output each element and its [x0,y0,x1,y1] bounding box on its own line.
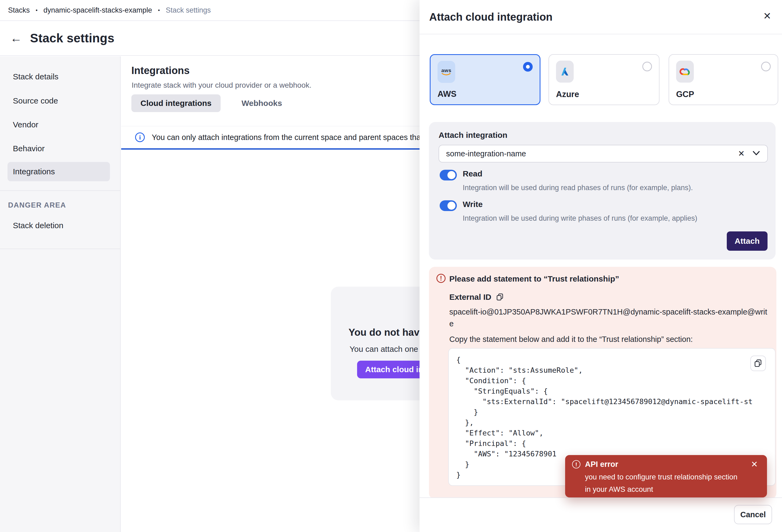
attach-integration-label: Attach integration [438,131,507,140]
provider-label: Azure [556,90,579,99]
sidebar-divider [0,249,120,249]
read-description: Integration will be used during read pha… [463,184,693,192]
external-id-label: External ID [449,292,491,302]
breadcrumb-stacks[interactable]: Stacks [8,6,30,14]
read-toggle[interactable] [440,170,457,180]
tab-cloud-integrations[interactable]: Cloud integrations [131,94,221,112]
attach-cloud-integration-drawer: Attach cloud integration ✕ aws AWS [420,0,782,532]
toast-message: in your AWS account [585,485,653,494]
breadcrumb-stack-settings: Stack settings [166,6,211,14]
breadcrumb-separator: • [36,7,38,13]
integrations-title: Integrations [131,65,189,76]
integrations-tabs: Cloud integrations Webhooks [131,94,291,112]
toggle-knob [448,171,456,179]
copy-icon [754,359,762,368]
aws-smile [441,73,451,76]
sidebar-item-integrations[interactable]: Integrations [7,162,110,181]
drawer-header: Attach cloud integration ✕ [420,0,782,34]
api-error-toast: ! API error ✕ you need to configure trus… [565,455,767,497]
info-banner-text: You can only attach integrations from th… [152,133,429,142]
sidebar-item-vendor[interactable]: Vendor [7,117,110,132]
app-root: Stacks • dynamic-spacelift-stacks-exampl… [0,0,782,532]
drawer-footer: Cancel [420,497,782,532]
warning-title: Please add statement to “Trust relations… [449,274,619,283]
integrations-subtitle: Integrate stack with your cloud provider… [132,81,312,90]
sidebar-divider [0,190,120,191]
gcp-logo [676,61,694,82]
read-label: Read [463,169,482,178]
sidebar-item-stack-details[interactable]: Stack details [7,69,110,84]
info-icon: i [135,133,145,142]
clear-icon[interactable]: ✕ [738,149,745,158]
write-description: Integration will be used during write ph… [463,214,697,222]
sidebar-item-source-code[interactable]: Source code [7,93,110,108]
settings-sidebar: Stack details Source code Vendor Behavio… [0,56,121,532]
provider-label: GCP [676,90,694,99]
radio-azure[interactable] [642,62,652,71]
azure-icon [560,66,570,77]
azure-logo [556,61,574,82]
page-title: Stack settings [30,31,114,45]
chevron-down-icon[interactable] [752,150,760,157]
aws-logo: aws [437,61,455,83]
sidebar-item-behavior[interactable]: Behavior [7,141,110,156]
write-label: Write [463,200,483,209]
sidebar-item-stack-deletion[interactable]: Stack deletion [7,218,110,233]
aws-logo-text: aws [441,68,451,73]
copy-code-button[interactable] [750,356,766,371]
copy-icon[interactable] [496,293,504,301]
gcp-icon [679,67,690,76]
provider-card-gcp[interactable]: GCP [669,54,778,105]
toggle-knob [448,202,456,210]
toast-message: you need to configure trust relationship… [585,473,738,481]
provider-label: AWS [437,89,457,99]
copy-statement-instruction: Copy the statement below and add it to t… [449,335,693,344]
error-icon: ! [572,460,580,468]
provider-card-azure[interactable]: Azure [548,54,660,105]
integration-name-input[interactable] [438,145,768,163]
attach-button[interactable]: Attach [727,232,768,251]
toast-title: API error [585,460,618,469]
integration-select: ✕ [438,145,768,163]
breadcrumb-separator: • [158,7,160,13]
drawer-title: Attach cloud integration [429,11,553,23]
radio-gcp[interactable] [761,62,771,71]
breadcrumb: Stacks • dynamic-spacelift-stacks-exampl… [8,6,211,14]
back-arrow-icon[interactable]: ← [10,32,22,44]
empty-state-subtitle: You can attach one c [350,345,424,354]
provider-card-aws[interactable]: aws AWS [430,54,540,105]
breadcrumb-stack-name[interactable]: dynamic-spacelift-stacks-example [43,6,152,14]
external-id-value: spacelift-io@01JP350AP8JWKA1PSWF0R7TN1H@… [449,306,768,329]
alert-icon: ! [436,274,446,283]
close-icon[interactable]: ✕ [763,11,771,21]
toast-close-icon[interactable]: ✕ [751,459,758,469]
cancel-button[interactable]: Cancel [734,505,772,524]
attach-integration-panel: Attach integration ✕ Read Integration wi… [429,122,776,259]
write-toggle[interactable] [440,200,457,211]
danger-area-heading: DANGER AREA [8,201,66,209]
tab-webhooks[interactable]: Webhooks [233,94,291,112]
external-id-row: External ID [449,292,504,302]
radio-aws[interactable] [523,62,533,72]
